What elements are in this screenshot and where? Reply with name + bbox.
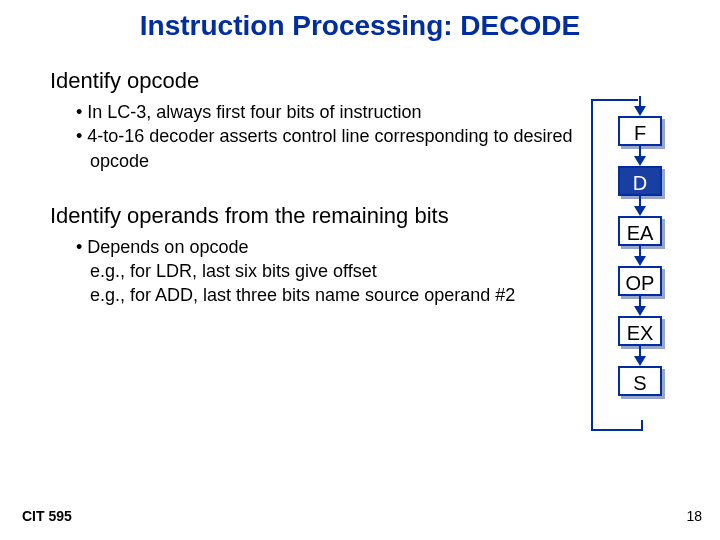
stage-decode: D: [618, 166, 662, 196]
section1-bullet2: 4-to-16 decoder asserts control line cor…: [76, 124, 580, 173]
flowchart: F D EA OP EX S: [600, 96, 680, 396]
stage-fetch: F: [618, 116, 662, 146]
stage-ex: EX: [618, 316, 662, 346]
stage-ea: EA: [618, 216, 662, 246]
content-block: Identify opcode In LC-3, always first fo…: [50, 60, 580, 308]
slide-title: Instruction Processing: DECODE: [0, 10, 720, 42]
section2-sub2: e.g., for ADD, last three bits name sour…: [90, 283, 580, 307]
arrow-down-icon: [634, 206, 646, 216]
footer-course: CIT 595: [22, 508, 72, 524]
arrow-down-icon: [634, 256, 646, 266]
arrow-stem: [639, 246, 641, 256]
arrow-down-icon: [634, 156, 646, 166]
stage-group: F D EA OP EX S: [600, 96, 680, 396]
stage-store: S: [618, 366, 662, 396]
slide: Instruction Processing: DECODE Identify …: [0, 0, 720, 540]
arrow-stem: [639, 296, 641, 306]
section2-sub1: e.g., for LDR, last six bits give offset: [90, 259, 580, 283]
section2-bullet1: Depends on opcode: [76, 235, 580, 259]
stage-op: OP: [618, 266, 662, 296]
footer-page-number: 18: [686, 508, 702, 524]
arrow-stem: [639, 146, 641, 156]
arrow-stem: [639, 346, 641, 356]
arrow-stem: [639, 196, 641, 206]
arrow-down-icon: [634, 106, 646, 116]
arrow-down-icon: [634, 356, 646, 366]
arrow-down-icon: [634, 306, 646, 316]
section2-heading: Identify operands from the remaining bit…: [50, 203, 580, 229]
arrow-stem: [639, 96, 641, 106]
section1-heading: Identify opcode: [50, 68, 580, 94]
section1-bullet1: In LC-3, always first four bits of instr…: [76, 100, 580, 124]
